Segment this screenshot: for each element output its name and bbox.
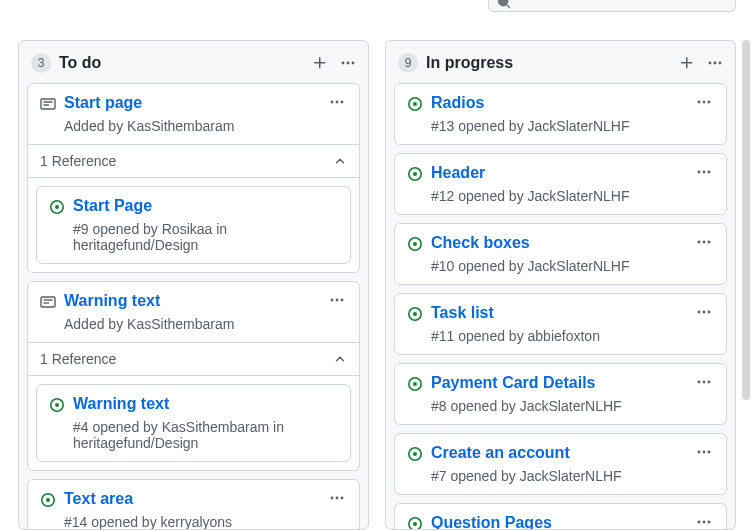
reference-label: 1 Reference xyxy=(40,351,116,367)
issue-open-icon xyxy=(407,376,423,392)
card-draft[interactable]: Start page Added by KasSithembaram 1 Ref… xyxy=(27,83,360,273)
svg-point-43 xyxy=(413,312,417,316)
svg-point-60 xyxy=(703,521,706,524)
card-meta: #10 opened by JackSlaterNLHF xyxy=(431,258,714,274)
card-issue[interactable]: Radios #13 opened by JackSlaterNLHF xyxy=(394,83,727,145)
reference-body: Start Page #9 opened by Rosikaa in herit… xyxy=(28,177,359,272)
reference-meta: #9 opened by Rosikaa in heritagefund/Des… xyxy=(73,221,338,253)
svg-point-39 xyxy=(698,241,701,244)
card-issue[interactable]: Text area #14 opened by kerryalyons xyxy=(27,479,360,530)
note-icon xyxy=(40,294,56,310)
reference-body: Warning text #4 opened by KasSithembaram… xyxy=(28,375,359,470)
svg-point-30 xyxy=(703,101,706,104)
card-title[interactable]: Payment Card Details xyxy=(431,374,694,392)
column-menu-button[interactable] xyxy=(707,55,723,71)
svg-point-22 xyxy=(336,497,339,500)
card-meta: #11 opened by abbiefoxton xyxy=(431,328,714,344)
svg-point-1 xyxy=(347,62,350,65)
svg-point-18 xyxy=(55,403,59,407)
card-menu-button[interactable] xyxy=(694,164,714,180)
svg-point-20 xyxy=(46,498,50,502)
svg-point-59 xyxy=(698,521,701,524)
reference-title[interactable]: Start Page xyxy=(73,197,338,215)
svg-point-15 xyxy=(336,299,339,302)
count-badge: 9 xyxy=(398,53,418,73)
card-issue[interactable]: Check boxes #10 opened by JackSlaterNLHF xyxy=(394,223,727,285)
svg-point-34 xyxy=(698,171,701,174)
svg-point-8 xyxy=(341,101,344,104)
card-meta: #7 opened by JackSlaterNLHF xyxy=(431,468,714,484)
card-issue[interactable]: Header #12 opened by JackSlaterNLHF xyxy=(394,153,727,215)
card-title[interactable]: Text area xyxy=(64,490,327,508)
svg-point-2 xyxy=(352,62,355,65)
card-title[interactable]: Create an account xyxy=(431,444,694,462)
column-todo: 3 To do Start page xyxy=(18,40,369,530)
svg-point-35 xyxy=(703,171,706,174)
card-title[interactable]: Start page xyxy=(64,94,327,112)
reference-card[interactable]: Warning text #4 opened by KasSithembaram… xyxy=(36,384,351,462)
svg-point-7 xyxy=(336,101,339,104)
svg-point-46 xyxy=(708,311,711,314)
chevron-up-icon xyxy=(333,352,347,366)
card-title[interactable]: Check boxes xyxy=(431,234,694,252)
vertical-scrollbar[interactable] xyxy=(742,40,750,400)
card-title[interactable]: Header xyxy=(431,164,694,182)
card-title[interactable]: Question Pages xyxy=(431,514,694,530)
card-added-by: Added by KasSithembaram xyxy=(64,316,347,332)
card-issue[interactable]: Create an account #7 opened by JackSlate… xyxy=(394,433,727,495)
card-draft[interactable]: Warning text Added by KasSithembaram 1 R… xyxy=(27,281,360,471)
svg-point-10 xyxy=(55,205,59,209)
svg-point-61 xyxy=(708,521,711,524)
svg-point-24 xyxy=(709,62,712,65)
card-menu-button[interactable] xyxy=(694,374,714,390)
svg-point-28 xyxy=(413,102,417,106)
column-inprogress: 9 In progress Radios xyxy=(385,40,736,530)
svg-point-38 xyxy=(413,242,417,246)
search-input-wrapper[interactable] xyxy=(488,0,736,12)
card-issue[interactable]: Payment Card Details #8 opened by JackSl… xyxy=(394,363,727,425)
svg-point-56 xyxy=(708,451,711,454)
card-issue[interactable]: Task list #11 opened by abbiefoxton xyxy=(394,293,727,355)
card-menu-button[interactable] xyxy=(327,292,347,308)
column-menu-button[interactable] xyxy=(340,55,356,71)
card-menu-button[interactable] xyxy=(327,94,347,110)
column-header: 3 To do xyxy=(27,49,360,83)
svg-point-26 xyxy=(719,62,722,65)
chevron-up-icon xyxy=(333,154,347,168)
issue-open-icon xyxy=(407,446,423,462)
svg-point-31 xyxy=(708,101,711,104)
reference-toggle[interactable]: 1 Reference xyxy=(28,144,359,177)
reference-card[interactable]: Start Page #9 opened by Rosikaa in herit… xyxy=(36,186,351,264)
card-menu-button[interactable] xyxy=(327,490,347,506)
issue-open-icon xyxy=(49,397,65,413)
card-meta: #14 opened by kerryalyons xyxy=(64,514,347,530)
issue-open-icon xyxy=(407,236,423,252)
card-menu-button[interactable] xyxy=(694,514,714,530)
card-menu-button[interactable] xyxy=(694,444,714,460)
svg-point-16 xyxy=(341,299,344,302)
card-menu-button[interactable] xyxy=(694,234,714,250)
svg-point-6 xyxy=(331,101,334,104)
card-meta: #12 opened by JackSlaterNLHF xyxy=(431,188,714,204)
project-board: 3 To do Start page xyxy=(0,0,754,530)
card-menu-button[interactable] xyxy=(694,94,714,110)
svg-point-49 xyxy=(698,381,701,384)
card-added-by: Added by KasSithembaram xyxy=(64,118,347,134)
card-menu-button[interactable] xyxy=(694,304,714,320)
card-title[interactable]: Radios xyxy=(431,94,694,112)
reference-title[interactable]: Warning text xyxy=(73,395,338,413)
svg-point-23 xyxy=(341,497,344,500)
reference-label: 1 Reference xyxy=(40,153,116,169)
card-issue[interactable]: Question Pages #5 opened by JackSlaterNL… xyxy=(394,503,727,530)
add-card-button[interactable] xyxy=(312,55,328,71)
svg-point-45 xyxy=(703,311,706,314)
issue-open-icon xyxy=(49,199,65,215)
add-card-button[interactable] xyxy=(679,55,695,71)
card-title[interactable]: Task list xyxy=(431,304,694,322)
card-title[interactable]: Warning text xyxy=(64,292,327,310)
svg-rect-3 xyxy=(41,99,55,109)
card-meta: #13 opened by JackSlaterNLHF xyxy=(431,118,714,134)
svg-point-41 xyxy=(708,241,711,244)
reference-toggle[interactable]: 1 Reference xyxy=(28,342,359,375)
svg-point-54 xyxy=(698,451,701,454)
